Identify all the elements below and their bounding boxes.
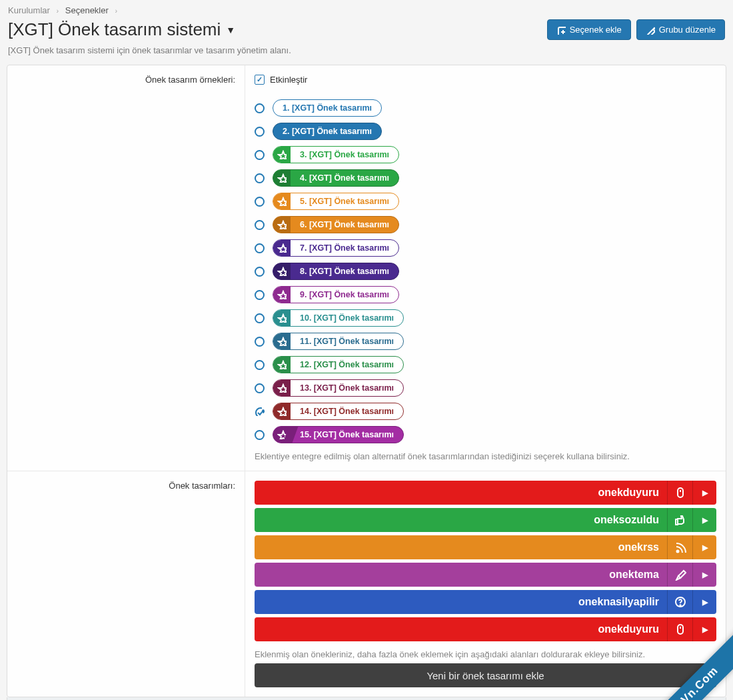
footer-bar: Kaydet (7, 697, 726, 700)
page-title-text: [XGT] Önek tasarım sistemi (8, 19, 221, 40)
example-pill[interactable]: 1. [XGT] Önek tasarımı (273, 99, 382, 117)
example-pill[interactable]: 5. [XGT] Önek tasarımı (273, 193, 399, 210)
chevron-right-icon: ▶ (692, 535, 716, 559)
example-pill[interactable]: 11. [XGT] Önek tasarımı (273, 333, 404, 350)
example-radio[interactable] (255, 337, 265, 347)
caret-down-icon: ▼ (226, 25, 235, 35)
example-pill[interactable]: 13. [XGT] Önek tasarımı (273, 379, 404, 397)
design-row[interactable]: onekduyuru▶ (255, 481, 716, 505)
example-pill-label: 13. [XGT] Önek tasarımı (291, 380, 403, 396)
example-radio[interactable] (255, 313, 265, 323)
enable-checkbox[interactable]: ✓ (255, 75, 265, 85)
design-row[interactable]: onekrss▶ (255, 535, 716, 559)
example-row: 9. [XGT] Önek tasarımı (255, 286, 716, 303)
example-row: 1. [XGT] Önek tasarımı (255, 99, 716, 117)
star-icon (273, 170, 291, 186)
example-row: 8. [XGT] Önek tasarımı (255, 263, 716, 280)
example-pill[interactable]: 2. [XGT] Önek tasarımı (273, 123, 382, 140)
example-pill[interactable]: 4. [XGT] Önek tasarımı (273, 169, 399, 187)
star-icon (273, 333, 291, 349)
example-pill-label: 9. [XGT] Önek tasarımı (291, 287, 398, 303)
example-row: 6. [XGT] Önek tasarımı (255, 216, 716, 233)
design-label: onekduyuru (255, 487, 667, 499)
page-title[interactable]: [XGT] Önek tasarım sistemi ▼ (8, 19, 235, 40)
star-icon (273, 147, 291, 163)
star-icon (273, 263, 291, 279)
design-row[interactable]: oneknasilyapilir▶ (255, 590, 716, 614)
example-pill-label: 15. [XGT] Önek tasarımı (291, 427, 403, 443)
example-radio[interactable] (255, 360, 265, 370)
star-icon (273, 240, 291, 256)
example-row: 2. [XGT] Önek tasarımı (255, 123, 716, 140)
example-pill-label: 14. [XGT] Önek tasarımı (291, 403, 403, 419)
example-pill[interactable]: 7. [XGT] Önek tasarımı (273, 239, 399, 257)
example-radio[interactable] (255, 127, 265, 137)
example-pill[interactable]: 6. [XGT] Önek tasarımı (273, 216, 399, 233)
help-icon (667, 590, 692, 614)
star-icon (273, 287, 291, 303)
chevron-right-icon: ▶ (692, 481, 716, 505)
example-row: 11. [XGT] Önek tasarımı (255, 333, 716, 350)
star-icon (273, 380, 291, 396)
mouse-icon (667, 617, 692, 641)
example-radio[interactable] (255, 267, 265, 277)
edit-group-label: Grubu düzenle (659, 25, 716, 35)
designs-label: Önek tasarımları: (7, 471, 245, 697)
star-icon (273, 217, 291, 233)
mouse-icon (667, 481, 692, 505)
rss-icon (667, 535, 692, 559)
enable-label: Etkinleştir (270, 75, 307, 85)
example-row: 10. [XGT] Önek tasarımı (255, 309, 716, 327)
chevron-right-icon: ▶ (692, 671, 716, 680)
example-pill-label: 7. [XGT] Önek tasarımı (291, 240, 398, 256)
example-pill[interactable]: 8. [XGT] Önek tasarımı (273, 263, 399, 280)
example-radio[interactable] (255, 290, 265, 300)
add-option-button[interactable]: Seçenek ekle (547, 19, 631, 40)
edit-group-button[interactable]: Grubu düzenle (636, 19, 725, 40)
design-label: oneksozuldu (255, 514, 667, 526)
example-radio[interactable] (255, 407, 265, 417)
example-pill-label: 6. [XGT] Önek tasarımı (291, 217, 398, 233)
example-pill[interactable]: 10. [XGT] Önek tasarımı (273, 309, 404, 327)
example-row: 12. [XGT] Önek tasarımı (255, 356, 716, 373)
example-pill-label: 4. [XGT] Önek tasarımı (291, 170, 398, 186)
add-option-label: Seçenek ekle (570, 25, 622, 35)
example-pill-label: 5. [XGT] Önek tasarımı (291, 193, 398, 209)
crumb-secenekler[interactable]: Seçenekler (65, 5, 109, 15)
design-label: oneknasilyapilir (255, 596, 667, 608)
example-radio[interactable] (255, 243, 265, 253)
example-radio[interactable] (255, 197, 265, 207)
example-radio[interactable] (255, 103, 265, 113)
example-pill-label: 1. [XGT] Önek tasarımı (273, 100, 381, 116)
star-icon (273, 193, 291, 209)
star-icon (273, 427, 291, 443)
example-pill[interactable]: 9. [XGT] Önek tasarımı (273, 286, 399, 303)
chevron-right-icon: ▶ (692, 563, 716, 587)
crumb-kurulumlar[interactable]: Kurulumlar (8, 5, 50, 15)
star-icon (273, 403, 291, 419)
example-pill[interactable]: 15. [XGT] Önek tasarımı (273, 426, 404, 443)
add-new-design-button[interactable]: Yeni bir önek tasarımı ekle ▶ (255, 663, 716, 687)
edit-icon (646, 25, 655, 35)
design-row[interactable]: onekduyuru▶ (255, 617, 716, 641)
example-radio[interactable] (255, 150, 265, 160)
design-row[interactable]: onektema▶ (255, 563, 716, 587)
example-pill-label: 2. [XGT] Önek tasarımı (273, 123, 381, 139)
design-row[interactable]: oneksozuldu▶ (255, 508, 716, 532)
chevron-right-icon: › (56, 7, 59, 15)
examples-label: Önek tasarım örnekleri: (7, 65, 245, 471)
breadcrumb: Kurulumlar › Seçenekler › (0, 0, 733, 17)
chevron-right-icon: ▶ (692, 508, 716, 532)
options-panel: Önek tasarım örnekleri: ✓ Etkinleştir 1.… (7, 65, 726, 697)
design-label: onekrss (255, 541, 667, 553)
example-radio[interactable] (255, 173, 265, 183)
example-pill[interactable]: 14. [XGT] Önek tasarımı (273, 403, 404, 420)
example-pill[interactable]: 12. [XGT] Önek tasarımı (273, 356, 404, 373)
example-radio[interactable] (255, 220, 265, 230)
example-row: 13. [XGT] Önek tasarımı (255, 379, 716, 397)
example-radio[interactable] (255, 383, 265, 393)
example-radio[interactable] (255, 430, 265, 440)
example-pill[interactable]: 3. [XGT] Önek tasarımı (273, 146, 399, 163)
add-new-design-label: Yeni bir önek tasarımı ekle (426, 670, 544, 681)
page-description: [XGT] Önek tasarım sistemi için önek tas… (0, 44, 733, 65)
